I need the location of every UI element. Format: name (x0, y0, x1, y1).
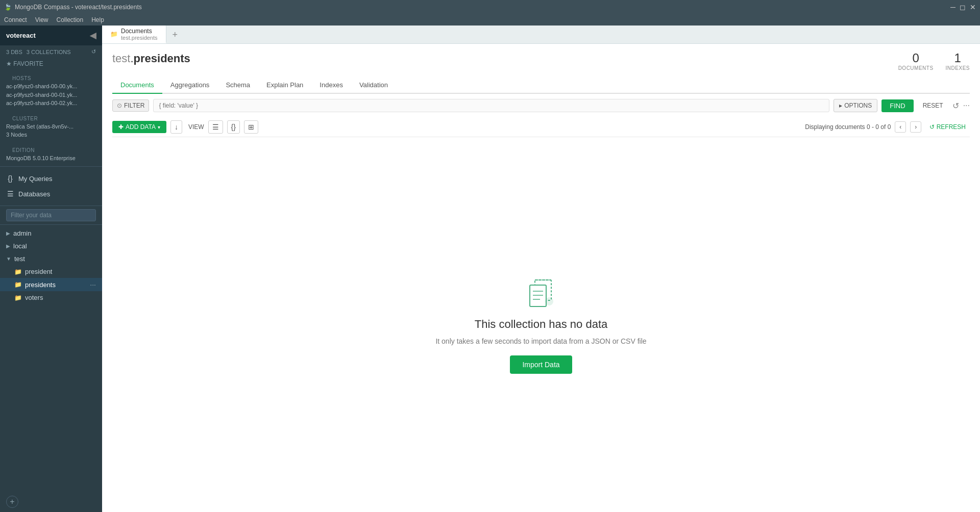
sidebar-favorite[interactable]: ★ FAVORITE (0, 58, 102, 71)
tree-item-president[interactable]: 📁 president (0, 265, 102, 278)
stat-documents: 0 DOCUMENTS (898, 52, 934, 71)
tab-schema[interactable]: Schema (217, 77, 258, 94)
menubar: Connect View Collection Help (0, 14, 980, 25)
empty-state: This collection has no data It only take… (112, 137, 970, 512)
import-data-button[interactable]: Import Data (510, 355, 572, 374)
doc-tab-0[interactable]: 📁 Documents test.presidents (102, 25, 166, 43)
sidebar-item-queries[interactable]: {} My Queries (0, 171, 102, 186)
chevron-icon: ▼ (6, 256, 11, 262)
filter-options-button[interactable]: ▸ OPTIONS (834, 99, 877, 112)
sidebar-workspace: votereact ◀ (0, 25, 102, 45)
collection-title: test.presidents (112, 52, 190, 65)
doc-tab-info: Documents test.presidents (121, 28, 158, 41)
sidebar-meta: 3 DBS 3 COLLECTIONS ↺ (0, 45, 102, 58)
tab-aggregations[interactable]: Aggregations (162, 77, 218, 94)
tree-group-test-label: test (14, 255, 25, 263)
add-data-icon: ✚ (118, 123, 124, 131)
menu-view[interactable]: View (35, 16, 48, 23)
export-button[interactable]: ↓ (170, 120, 182, 134)
main-area: 📁 Documents test.presidents + test.presi… (102, 25, 980, 512)
sidebar-filter (0, 206, 102, 225)
doc-tab-sub: test.presidents (121, 35, 158, 41)
filter-bar: ⊙ FILTER ▸ OPTIONS FIND RESET ↺ ··· (112, 94, 970, 117)
tree-item-voters-label: voters (25, 294, 43, 301)
history-button[interactable]: ↺ (952, 101, 959, 111)
host-0: ac-p9fysz0-shard-00-00.yk... (6, 82, 96, 91)
filter-toggle-button[interactable]: ⊙ FILTER (112, 99, 149, 112)
tree-item-voters[interactable]: 📁 voters (0, 291, 102, 304)
tab-validation[interactable]: Validation (351, 77, 396, 94)
sidebar-refresh-button[interactable]: ↺ (91, 48, 96, 55)
reset-button[interactable]: RESET (918, 99, 948, 112)
collection-header: test.presidents 0 DOCUMENTS 1 INDEXES (112, 52, 970, 71)
app-icon: 🍃 (4, 4, 12, 11)
tab-documents[interactable]: Documents (112, 77, 162, 94)
databases-icon: ☰ (6, 190, 14, 198)
add-database-button[interactable]: + (6, 496, 18, 508)
tree-group-admin[interactable]: ▶ admin (0, 227, 102, 240)
tab-explain-plan[interactable]: Explain Plan (258, 77, 311, 94)
table-view-button[interactable]: ⊞ (244, 120, 258, 134)
filter-input[interactable] (6, 209, 96, 221)
collection-icon: 📁 (14, 281, 22, 288)
sidebar-tree: ▶ admin ▶ local ▼ test 📁 president 📁 pre… (0, 225, 102, 492)
sidebar-item-databases[interactable]: ☰ Databases (0, 186, 102, 201)
databases-label: Databases (18, 190, 50, 198)
maximize-button[interactable]: ◻ (960, 3, 966, 11)
edition-label: EDITION (6, 144, 96, 154)
tree-item-presidents[interactable]: 📁 presidents ··· (0, 278, 102, 291)
titlebar-controls: ─ ◻ ✕ (950, 3, 976, 11)
host-1: ac-p9fysz0-shard-00-01.yk... (6, 91, 96, 99)
more-options-button[interactable]: ··· (963, 101, 970, 110)
stat-indexes: 1 INDEXES (946, 52, 970, 71)
list-view-button[interactable]: ☰ (208, 120, 223, 134)
refresh-button[interactable]: ↺ REFRESH (925, 121, 970, 133)
tree-group-local-label: local (13, 242, 27, 250)
tree-group-test[interactable]: ▼ test (0, 252, 102, 265)
pagination-info: Displaying documents 0 - 0 of 0 (805, 123, 891, 131)
edition-value: MongoDB 5.0.10 Enterprise (6, 154, 96, 163)
cluster-value-1: 3 Nodes (6, 131, 96, 139)
menu-connect[interactable]: Connect (4, 16, 27, 23)
options-arrow: ▸ (839, 102, 842, 109)
add-data-button[interactable]: ✚ ADD DATA ▾ (112, 121, 166, 133)
close-button[interactable]: ✕ (970, 3, 976, 11)
favorite-label: ★ FAVORITE (6, 60, 43, 67)
find-button[interactable]: FIND (881, 99, 913, 112)
tree-group-local[interactable]: ▶ local (0, 240, 102, 252)
doc-tab-icon: 📁 (110, 31, 118, 38)
dbs-count: 3 DBS (6, 49, 22, 55)
queries-icon: {} (6, 174, 14, 183)
tree-item-dots[interactable]: ··· (90, 280, 96, 289)
pagination-prev-button[interactable]: ‹ (895, 121, 906, 133)
nav-tabs: Documents Aggregations Schema Explain Pl… (112, 77, 970, 94)
menu-collection[interactable]: Collection (57, 16, 84, 23)
empty-subtitle: It only takes a few seconds to import da… (435, 337, 646, 345)
documents-label: DOCUMENTS (898, 65, 934, 71)
minimize-button[interactable]: ─ (950, 3, 955, 11)
add-tab-button[interactable]: + (166, 30, 184, 39)
menu-help[interactable]: Help (91, 16, 104, 23)
cluster-value-0: Replica Set (atlas-8vn5v-... (6, 122, 96, 131)
document-tabs: 📁 Documents test.presidents + (102, 25, 980, 44)
cluster-block: CLUSTER Replica Set (atlas-8vn5v-... 3 N… (0, 112, 102, 143)
add-data-label: ADD DATA (126, 123, 156, 131)
tab-indexes[interactable]: Indexes (311, 77, 351, 94)
hosts-block: HOSTS ac-p9fysz0-shard-00-00.yk... ac-p9… (0, 71, 102, 112)
add-data-dropdown-arrow: ▾ (158, 124, 160, 130)
hosts-label: HOSTS (6, 72, 96, 82)
filter-query-input[interactable] (153, 99, 829, 112)
db-name: test (112, 52, 130, 65)
sidebar: votereact ◀ 3 DBS 3 COLLECTIONS ↺ ★ FAVO… (0, 25, 102, 512)
table-icon: ⊞ (248, 123, 254, 131)
collections-count: 3 COLLECTIONS (27, 49, 71, 55)
filter-toggle-label: FILTER (124, 102, 144, 109)
edition-block: EDITION MongoDB 5.0.10 Enterprise (0, 143, 102, 167)
view-label: VIEW (188, 123, 204, 131)
chevron-icon: ▶ (6, 231, 10, 236)
pagination-next-button[interactable]: › (910, 121, 921, 133)
json-view-button[interactable]: {} (227, 120, 240, 134)
collection-stats: 0 DOCUMENTS 1 INDEXES (898, 52, 970, 71)
sidebar-collapse-button[interactable]: ◀ (90, 31, 96, 40)
json-icon: {} (231, 123, 236, 131)
